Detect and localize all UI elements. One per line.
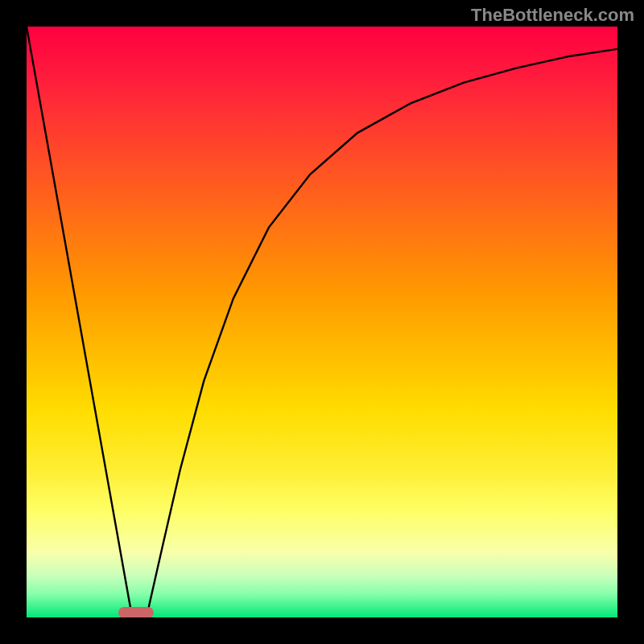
- plot-area: [27, 27, 617, 617]
- watermark-text: TheBottleneck.com: [471, 5, 634, 26]
- chart-frame: TheBottleneck.com: [0, 0, 644, 644]
- bottleneck-curve: [27, 27, 617, 617]
- optimal-marker: [118, 607, 154, 617]
- curve-left-branch: [27, 27, 131, 612]
- curve-right-branch: [148, 49, 618, 612]
